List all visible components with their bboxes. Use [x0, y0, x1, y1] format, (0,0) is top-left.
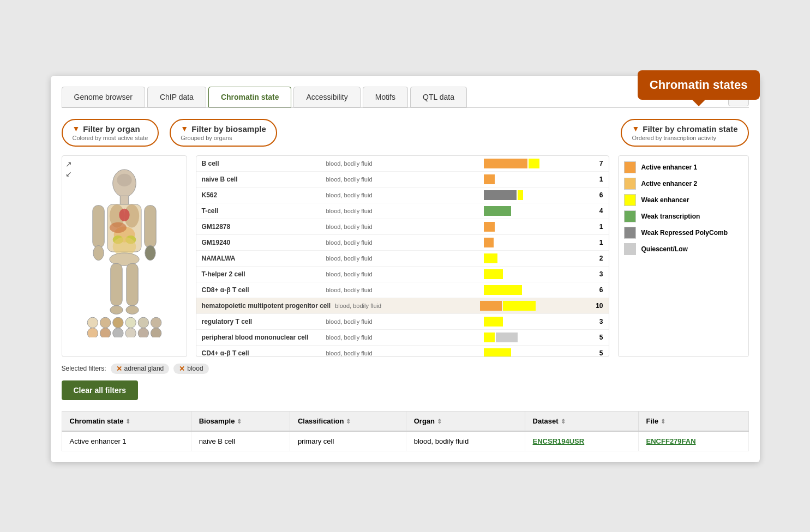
- legend-label: Weak enhancer: [641, 196, 689, 204]
- legend-label: Quiescent/Low: [641, 245, 688, 253]
- bar-container: [484, 174, 593, 184]
- remove-filter-icon[interactable]: ✕: [179, 365, 185, 373]
- biosample-row[interactable]: GM12878blood, bodily fluid1: [196, 219, 609, 235]
- svg-point-22: [87, 317, 98, 328]
- results-table: Chromatin state⇕Biosample⇕Classification…: [62, 411, 749, 451]
- biosample-row[interactable]: hematopoietic multipotent progenitor cel…: [196, 298, 609, 314]
- biosample-name: naive B cell: [202, 176, 322, 183]
- filter-biosample-subtitle: Grouped by organs: [181, 135, 266, 141]
- bar-count: 5: [599, 334, 603, 341]
- bar-container: [484, 269, 593, 279]
- biosample-row[interactable]: naive B cellblood, bodily fluid1: [196, 172, 609, 188]
- filter-tag[interactable]: ✕blood: [173, 364, 208, 374]
- sort-icon: ⇕: [125, 418, 130, 425]
- table-cell[interactable]: ENCSR194USR: [525, 431, 638, 451]
- biosample-row[interactable]: CD8+ α-β T cellblood, bodily fluid6: [196, 282, 609, 298]
- col-header-file[interactable]: File⇕: [638, 411, 748, 431]
- tooltip-bubble: Chromatin states: [638, 70, 760, 100]
- biosample-panel[interactable]: B cellblood, bodily fluid7naive B cellbl…: [196, 155, 609, 357]
- bar-count: 3: [599, 318, 603, 325]
- legend-item[interactable]: Weak Repressed PolyComb: [624, 227, 743, 239]
- filter-biosample-box[interactable]: ▼ Filter by biosample Grouped by organs: [170, 119, 277, 147]
- filter-tag[interactable]: ✕adrenal gland: [111, 364, 170, 374]
- svg-point-28: [87, 328, 98, 337]
- col-header-chromatin-state[interactable]: Chromatin state⇕: [62, 411, 191, 431]
- filter-organ-box[interactable]: ▼ Filter by organ Colored by most active…: [62, 119, 159, 147]
- bar-count: 6: [599, 286, 603, 294]
- legend-swatch: [624, 243, 636, 255]
- biosample-row[interactable]: T-cellblood, bodily fluid4: [196, 203, 609, 219]
- remove-filter-icon[interactable]: ✕: [116, 365, 122, 373]
- tab-chip-data[interactable]: ChIP data: [147, 87, 206, 107]
- table-cell[interactable]: ENCFF279FAN: [638, 431, 748, 451]
- page-wrapper: Chromatin states Genome browser ChIP dat…: [51, 70, 760, 462]
- legend-item[interactable]: Weak enhancer: [624, 194, 743, 206]
- biosample-name: peripheral blood mononuclear cell: [202, 334, 322, 341]
- table-cell: naive B cell: [191, 431, 290, 451]
- table-header: Chromatin state⇕Biosample⇕Classification…: [62, 411, 748, 431]
- biosample-row[interactable]: NAMALWAblood, bodily fluid2: [196, 251, 609, 267]
- col-header-organ[interactable]: Organ⇕: [406, 411, 525, 431]
- col-header-dataset[interactable]: Dataset⇕: [525, 411, 638, 431]
- filter-organ-subtitle: Colored by most active state: [73, 135, 148, 141]
- body-image[interactable]: [67, 160, 182, 346]
- table-body: Active enhancer 1naive B cellprimary cel…: [62, 431, 748, 451]
- svg-rect-13: [92, 205, 104, 247]
- filter-chromatin-box[interactable]: ▼ Filter by chromatin state Ordered by t…: [621, 119, 748, 147]
- bar-container: [484, 190, 593, 200]
- table-cell: blood, bodily fluid: [406, 431, 525, 451]
- clear-all-filters-button[interactable]: Clear all filters: [62, 380, 139, 400]
- svg-point-14: [93, 245, 103, 260]
- expand-icons: ↗↙: [65, 159, 72, 179]
- filter-biosample-title: ▼ Filter by biosample: [181, 124, 266, 134]
- biosample-name: hematopoietic multipotent progenitor cel…: [202, 302, 331, 310]
- bar-container: [484, 348, 593, 357]
- biosample-name: NAMALWA: [202, 255, 322, 262]
- biosample-organ: blood, bodily fluid: [326, 160, 479, 167]
- col-header-biosample[interactable]: Biosample⇕: [191, 411, 290, 431]
- biosample-organ: blood, bodily fluid: [326, 350, 479, 356]
- tab-accessibility[interactable]: Accessibility: [293, 87, 360, 107]
- biosample-row[interactable]: CD4+ α-β T cellblood, bodily fluid5: [196, 346, 609, 357]
- legend-item[interactable]: Weak transcription: [624, 210, 743, 222]
- legend-label: Weak Repressed PolyComb: [641, 229, 728, 237]
- biosample-row[interactable]: regulatory T cellblood, bodily fluid3: [196, 314, 609, 330]
- tab-chromatin-state[interactable]: Chromatin state: [208, 87, 292, 107]
- filter-chromatin-subtitle: Ordered by transcription activity: [632, 135, 737, 141]
- legend-item[interactable]: Quiescent/Low: [624, 243, 743, 255]
- biosample-organ: blood, bodily fluid: [326, 208, 479, 214]
- biosample-name: GM12878: [202, 223, 322, 231]
- svg-point-33: [151, 328, 161, 337]
- selected-filters-label: Selected filters:: [62, 365, 106, 372]
- biosample-row[interactable]: T-helper 2 cellblood, bodily fluid3: [196, 267, 609, 282]
- tab-motifs[interactable]: Motifs: [363, 87, 408, 107]
- biosample-row[interactable]: peripheral blood mononuclear cellblood, …: [196, 330, 609, 346]
- biosample-organ: blood, bodily fluid: [335, 303, 476, 309]
- bar-count: 1: [599, 239, 603, 246]
- bar-container: [484, 317, 593, 327]
- svg-rect-20: [126, 263, 137, 306]
- svg-point-30: [112, 328, 123, 337]
- svg-point-9: [109, 222, 126, 232]
- biosample-row[interactable]: K562blood, bodily fluid6: [196, 188, 609, 203]
- biosample-name: CD4+ α-β T cell: [202, 349, 322, 357]
- tab-genome-browser[interactable]: Genome browser: [62, 87, 145, 107]
- legend-swatch: [624, 194, 636, 206]
- biosample-organ: blood, bodily fluid: [326, 223, 479, 230]
- bar-container: [484, 159, 593, 168]
- tab-qtl-data[interactable]: QTL data: [410, 87, 467, 107]
- biosample-row[interactable]: B cellblood, bodily fluid7: [196, 156, 609, 172]
- svg-point-26: [138, 317, 148, 328]
- table-cell: Active enhancer 1: [62, 431, 191, 451]
- legend-item[interactable]: Active enhancer 1: [624, 161, 743, 173]
- filter-organ-title: ▼ Filter by organ: [73, 124, 148, 134]
- legend-item[interactable]: Active enhancer 2: [624, 178, 743, 190]
- col-header-classification[interactable]: Classification⇕: [290, 411, 406, 431]
- svg-point-29: [100, 328, 110, 337]
- legend-label: Active enhancer 2: [641, 180, 698, 188]
- svg-point-23: [100, 317, 110, 328]
- sort-icon: ⇕: [346, 418, 351, 425]
- biosample-organ: blood, bodily fluid: [326, 271, 479, 277]
- tooltip-label: Chromatin states: [650, 78, 748, 92]
- biosample-row[interactable]: GM19240blood, bodily fluid1: [196, 235, 609, 251]
